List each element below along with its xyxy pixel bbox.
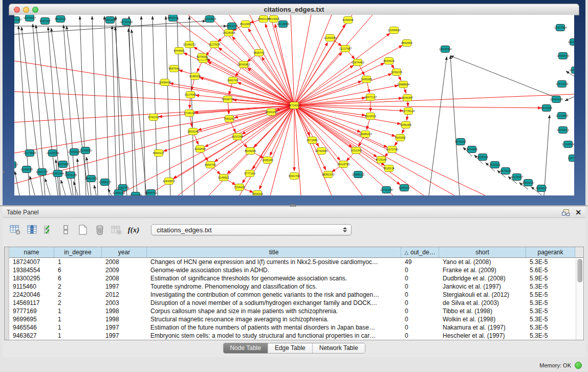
graph-node[interactable]: 18226058 (223, 30, 235, 36)
column-header-title[interactable]: title (147, 247, 401, 257)
table-row[interactable]: 977716911998Corpus callosum shape and si… (9, 307, 575, 315)
new-table-icon[interactable] (76, 224, 90, 236)
graph-node[interactable]: 7857224 (226, 23, 237, 30)
graph-node[interactable]: 9806141 (167, 15, 178, 21)
graph-node[interactable]: 9462744 (227, 77, 238, 84)
network-view-canvas[interactable]: 1872400789601248912955182260589127508224… (14, 15, 574, 195)
graph-node[interactable]: 19218586 (277, 21, 289, 28)
table-row[interactable]: 911546021997Tourette syndrome. Phenomeno… (9, 282, 575, 291)
delete-rows-icon[interactable] (93, 224, 106, 236)
tab-node-table[interactable]: Node Table (223, 343, 268, 353)
graph-node[interactable]: 10599772 (222, 96, 234, 103)
graph-node[interactable]: 9397588 (57, 161, 68, 168)
control-panel-collapse-handle[interactable] (3, 170, 5, 173)
graph-node[interactable]: 16273945 (24, 150, 36, 157)
graph-node[interactable]: 8725184 (376, 157, 386, 163)
column-header-out_de[interactable]: △out_de… (401, 247, 439, 257)
graph-node[interactable]: 16033809 (204, 16, 216, 23)
row-selection-icon[interactable] (42, 224, 56, 236)
graph-node[interactable]: 17359926 (68, 149, 80, 156)
graph-node[interactable]: 8391760 (289, 173, 299, 180)
column-header-in_degree[interactable]: in_degree (54, 247, 102, 257)
graph-node[interactable]: 10196372 (183, 41, 195, 48)
function-builder-icon[interactable]: f(x) (127, 224, 140, 236)
vertical-scrollbar[interactable] (576, 258, 583, 340)
graph-node[interactable]: 9127508 (209, 41, 220, 48)
graph-node[interactable]: 10653287 (14, 17, 21, 24)
graph-node[interactable]: 16648784 (439, 46, 451, 53)
graph-node[interactable]: 11451944 (52, 170, 64, 177)
graph-node[interactable]: 9742218 (148, 114, 159, 121)
graph-node[interactable]: 7485083 (361, 76, 372, 83)
graph-node[interactable]: 16210643 (556, 113, 568, 119)
graph-node[interactable]: 15270027 (24, 15, 36, 21)
graph-node[interactable]: 7632621 (489, 162, 500, 168)
graph-node[interactable]: 11823458 (104, 17, 116, 24)
graph-node[interactable]: 8813015 (55, 16, 66, 23)
graph-node[interactable]: 16988132 (352, 171, 364, 178)
tab-network-table[interactable]: Network Table (312, 343, 365, 353)
graph-node[interactable]: 9286180 (400, 122, 411, 128)
graph-node[interactable]: 9777169 (244, 170, 255, 177)
table-row[interactable]: 969969511998Structural magnetic resonanc… (9, 315, 575, 323)
graph-node[interactable]: 14038217 (14, 162, 18, 168)
graph-node[interactable]: 1167531 (568, 155, 574, 162)
graph-node[interactable]: 8842559 (401, 40, 412, 47)
graph-node[interactable]: 10762945 (315, 148, 328, 155)
graph-node[interactable]: 16977137 (364, 94, 377, 101)
table-row[interactable]: 946362711997Embryonic stem cells: a mode… (9, 332, 575, 340)
graph-node[interactable]: 9061607 (39, 18, 50, 25)
graph-window-titlebar[interactable]: citations_edges.txt (9, 4, 579, 15)
graph-node[interactable]: 8322031 (365, 113, 376, 120)
graph-node[interactable]: 15046832 (568, 39, 574, 46)
graph-node[interactable]: 7583251 (224, 116, 234, 122)
graph-node[interactable]: 8813054 (268, 16, 279, 23)
graph-node[interactable]: 8186328 (189, 73, 200, 80)
graph-node[interactable]: 8960124 (258, 16, 269, 23)
graph-node[interactable]: 9242848 (194, 146, 205, 152)
table-row[interactable]: 2242004622012Investigating the contribut… (9, 291, 575, 299)
table-settings-icon[interactable] (9, 224, 22, 236)
graph-node[interactable]: 8533093 (245, 148, 255, 155)
graph-node[interactable]: 12217987 (339, 46, 352, 52)
graph-node[interactable]: 12778124 (402, 108, 415, 115)
table-selector-dropdown[interactable]: citations_edges.txt (151, 224, 352, 235)
graph-node[interactable]: 17016504 (562, 141, 574, 148)
graph-node[interactable]: 9127548 (185, 92, 195, 98)
graph-node[interactable]: 16418745 (337, 161, 350, 168)
graph-node[interactable]: 8460127 (153, 150, 164, 157)
graph-node[interactable]: 20206536 (47, 150, 59, 157)
graph-node[interactable]: 12896741 (145, 190, 157, 196)
graph-node[interactable]: 10988654 (397, 81, 409, 88)
graph-node[interactable]: 9184627 (536, 185, 547, 192)
graph-node[interactable]: 7254402 (234, 184, 245, 191)
graph-node[interactable]: 13942757 (36, 169, 48, 176)
graph-node[interactable]: 2095183 (262, 157, 273, 164)
graph-node[interactable]: 16543382 (237, 61, 250, 68)
table-row[interactable]: 1872400712008Changes of HCN gene express… (9, 258, 575, 266)
graph-node[interactable]: 8912955 (240, 21, 251, 28)
table-row[interactable]: 1938455462009Genome-wide association stu… (9, 266, 575, 274)
graph-node[interactable]: 9151345 (351, 147, 361, 154)
close-panel-icon[interactable]: ✕ (575, 209, 581, 215)
graph-node[interactable]: 11073795 (386, 146, 398, 153)
graph-node[interactable]: 9473197 (455, 139, 466, 145)
graph-node[interactable]: 20206050 (79, 147, 92, 154)
graph-node[interactable]: 15685203 (359, 131, 372, 138)
graph-node[interactable]: 9146821 (218, 174, 229, 181)
graph-node[interactable]: 8275091 (197, 54, 207, 60)
merge-rows-icon[interactable] (59, 224, 73, 236)
graph-node[interactable]: 17082640 (557, 53, 569, 59)
graph-node[interactable]: 9835742 (253, 50, 264, 56)
graph-node[interactable]: 10493872 (163, 178, 175, 185)
graph-node[interactable]: 9528134 (383, 165, 394, 172)
graph-node[interactable]: 11939438 (159, 79, 171, 86)
scrollbar-thumb[interactable] (577, 259, 582, 282)
graph-node[interactable]: 7905352 (395, 135, 405, 141)
graph-node[interactable]: 16958107 (99, 179, 111, 186)
graph-node[interactable]: 12444138 (550, 96, 562, 103)
graph-node[interactable]: 9245012 (399, 185, 409, 191)
graph-node[interactable]: 8472626 (500, 168, 511, 174)
graph-node[interactable]: 10412058 (570, 67, 574, 74)
graph-node[interactable]: 15692971 (557, 127, 569, 134)
